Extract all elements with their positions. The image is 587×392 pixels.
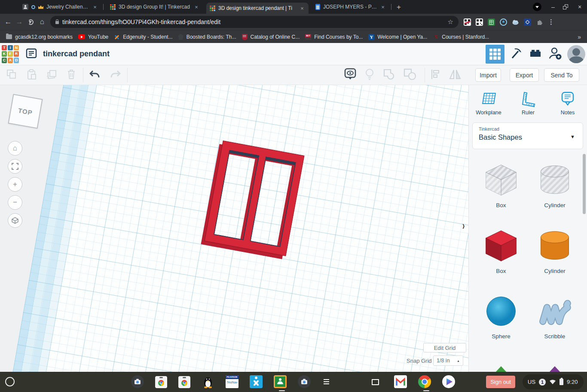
url-text[interactable]: tinkercad.com/things/hO0U7Pi4GKh-tinkerc… bbox=[62, 18, 220, 25]
undo-icon[interactable] bbox=[89, 69, 101, 81]
bookmark-boosted[interactable]: Boosted Boards: Th... bbox=[178, 34, 236, 40]
delete-icon[interactable] bbox=[66, 68, 76, 82]
minecraft-pickaxe-icon[interactable] bbox=[509, 46, 523, 62]
group-icon[interactable] bbox=[382, 68, 395, 83]
shape-cylinder-hole[interactable]: Cylinder bbox=[528, 162, 581, 208]
google-drive-icon[interactable] bbox=[346, 375, 359, 388]
google-chrome-icon[interactable] bbox=[418, 375, 431, 388]
tab-tinkercad-pendant-active[interactable]: 3D design tinkercad pendant | Ti × bbox=[206, 3, 309, 14]
design-properties-icon[interactable] bbox=[26, 48, 37, 61]
camera-app-icon[interactable] bbox=[298, 375, 311, 388]
notes-tool[interactable]: Notes bbox=[548, 89, 587, 116]
tab-close-icon[interactable]: × bbox=[193, 4, 199, 10]
chrome-web-app-icon[interactable] bbox=[178, 376, 190, 388]
bookmark-star-icon[interactable]: ☆ bbox=[448, 18, 453, 26]
design-title[interactable]: tinkercad pendant bbox=[43, 49, 110, 58]
google-classroom-icon[interactable] bbox=[274, 375, 287, 388]
qr-code-extension-icon[interactable] bbox=[476, 18, 483, 26]
chrome-web-app-icon[interactable] bbox=[155, 376, 167, 388]
ungroup-icon[interactable] bbox=[403, 68, 417, 83]
paste-icon[interactable] bbox=[26, 69, 37, 82]
invite-person-icon[interactable] bbox=[547, 46, 563, 63]
bookmark-folder[interactable]: gcasdk12.org bookmarks bbox=[6, 34, 73, 40]
shape-library-dropdown[interactable]: Tinkercad Basic Shapes ▼ bbox=[472, 122, 583, 149]
home-view-button[interactable]: ⌂ bbox=[8, 141, 22, 156]
minimize-button[interactable]: – bbox=[549, 3, 557, 10]
snap-grid-dropdown[interactable]: 1/8 in ▲ bbox=[433, 355, 463, 366]
bookmark-stanford[interactable]: SCourses | Stanford... bbox=[433, 34, 489, 40]
edgenuity-app-icon[interactable] bbox=[250, 375, 263, 388]
restore-window-button[interactable] bbox=[563, 4, 568, 9]
show-all-icon[interactable] bbox=[344, 67, 357, 83]
tab-close-icon[interactable]: × bbox=[299, 5, 305, 12]
bookmark-youtube[interactable]: YouTube bbox=[78, 34, 108, 40]
shape-cone-tip[interactable] bbox=[495, 366, 507, 372]
perspective-toggle-button[interactable] bbox=[8, 213, 22, 228]
bookmark-harvard-catalog[interactable]: Catalog of Online C... bbox=[242, 34, 300, 40]
blocks-view-button[interactable] bbox=[486, 45, 504, 64]
brick-icon[interactable] bbox=[528, 46, 543, 62]
media-controls-button[interactable] bbox=[533, 3, 541, 11]
lightbulb-icon[interactable] bbox=[364, 67, 375, 83]
duplicate-icon[interactable] bbox=[46, 69, 57, 82]
camera-app-icon[interactable] bbox=[131, 375, 144, 388]
forward-button[interactable]: → bbox=[14, 18, 25, 26]
browser-menu-kebab-icon[interactable]: ⋮ bbox=[548, 18, 554, 26]
export-button[interactable]: Export bbox=[510, 68, 539, 82]
tab-joseph-myers-doc[interactable]: JOSEPH MYERS - Photo Docume × bbox=[312, 0, 389, 14]
screencast-extension-icon[interactable] bbox=[500, 18, 507, 26]
send-to-button[interactable]: Send To bbox=[544, 68, 579, 82]
copy-icon[interactable] bbox=[6, 69, 17, 82]
edit-grid-button[interactable]: Edit Grid bbox=[423, 343, 466, 352]
import-button[interactable]: Import bbox=[475, 68, 501, 82]
view-cube[interactable]: TOP bbox=[8, 94, 43, 129]
linux-penguin-icon[interactable] bbox=[202, 375, 214, 388]
mirror-flip-icon[interactable] bbox=[449, 68, 462, 82]
google-slides-icon[interactable] bbox=[370, 375, 383, 388]
testnav-app-icon[interactable]: PEARSON TestNav bbox=[226, 375, 238, 388]
panel-scrollbar[interactable] bbox=[583, 154, 586, 214]
google-play-icon[interactable] bbox=[442, 375, 455, 388]
status-tray[interactable]: US 1 9:20 bbox=[523, 374, 584, 389]
home-button[interactable]: ⌂ bbox=[37, 18, 48, 26]
shape-cylinder-solid[interactable]: Cylinder bbox=[528, 227, 581, 274]
launcher-button[interactable] bbox=[5, 377, 15, 386]
align-icon[interactable] bbox=[430, 68, 441, 82]
fit-view-button[interactable] bbox=[8, 159, 22, 174]
spreadsheet-extension-icon[interactable] bbox=[488, 18, 495, 26]
back-button[interactable]: ← bbox=[3, 18, 14, 26]
tab-group-it[interactable]: 3D design Group It! | Tinkercad × bbox=[107, 0, 203, 14]
reload-button[interactable] bbox=[28, 19, 34, 25]
shape-box-solid[interactable]: Box bbox=[474, 227, 528, 274]
zoom-in-button[interactable]: + bbox=[8, 177, 22, 192]
tinkercad-logo[interactable]: TIN KER CAD bbox=[1, 44, 20, 64]
shape-pyramid-tip[interactable] bbox=[549, 366, 560, 372]
diamond-extension-icon[interactable] bbox=[524, 18, 531, 26]
tab-close-icon[interactable]: × bbox=[92, 4, 98, 10]
tab-close-icon[interactable]: × bbox=[380, 4, 386, 10]
extensions-puzzle-icon[interactable] bbox=[536, 18, 543, 26]
account-avatar[interactable] bbox=[567, 45, 585, 63]
qr-extension-icon[interactable] bbox=[464, 18, 471, 26]
panel-collapse-chevron[interactable]: › bbox=[462, 219, 465, 233]
ruler-tool[interactable]: Ruler bbox=[508, 89, 548, 116]
zoom-out-button[interactable]: − bbox=[8, 195, 22, 210]
google-docs-icon[interactable] bbox=[322, 375, 335, 388]
redo-icon[interactable] bbox=[110, 69, 122, 81]
new-tab-button[interactable]: + bbox=[394, 2, 404, 12]
url-bar[interactable]: tinkercad.com/things/hO0U7Pi4GKh-tinkerc… bbox=[50, 16, 459, 28]
shape-box-hole[interactable]: Box bbox=[474, 162, 528, 208]
shape-scribble[interactable]: Scribble bbox=[528, 293, 581, 340]
gmail-icon[interactable] bbox=[394, 375, 407, 388]
bookmark-open-yale[interactable]: YWelcome | Open Ya... bbox=[368, 34, 427, 40]
bookmarks-overflow-chevrons[interactable]: » bbox=[578, 34, 581, 40]
sign-out-button[interactable]: Sign out bbox=[486, 376, 515, 388]
bookmark-edgenuity[interactable]: Edgenuity - Student... bbox=[114, 34, 172, 40]
cloud-word-extension-icon[interactable]: word bbox=[512, 18, 519, 26]
design-canvas[interactable]: Work TOP ⌂ + − bbox=[0, 85, 468, 372]
bookmark-mit-ocw[interactable]: MITFind Courses by To... bbox=[305, 34, 363, 40]
tab-jewelry-challenge[interactable]: Jewelry Challenge using T × bbox=[19, 0, 101, 14]
workplane-tool[interactable]: Workplane bbox=[469, 89, 508, 116]
close-window-button[interactable]: × bbox=[576, 3, 584, 10]
shape-sphere[interactable]: Sphere bbox=[474, 293, 528, 340]
